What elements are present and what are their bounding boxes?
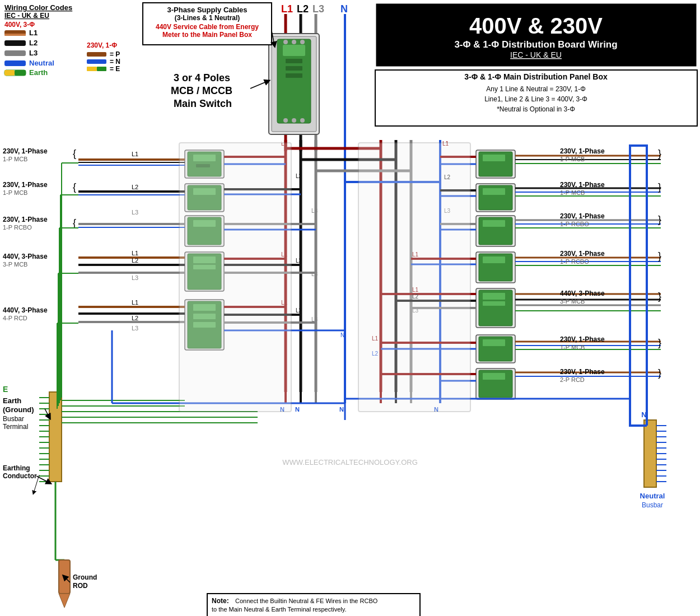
svg-rect-11: [286, 66, 302, 71]
svg-text:L3: L3: [311, 208, 318, 214]
supply-subtitle: (3-Lines & 1 Neutral): [175, 14, 240, 22]
svg-text:N: N: [340, 332, 344, 338]
svg-rect-58: [479, 217, 512, 245]
svg-rect-10: [286, 59, 302, 63]
svg-rect-52: [479, 152, 512, 176]
l1-label: L1: [29, 29, 38, 37]
svg-rect-232: [87, 67, 97, 71]
svg-rect-7: [272, 36, 316, 132]
p-label: = P: [110, 50, 120, 58]
earth-ground-paren: (Ground): [3, 405, 34, 414]
svg-rect-39: [185, 216, 224, 246]
svg-text:}: }: [658, 214, 661, 225]
svg-rect-228: [4, 70, 15, 76]
svg-text:L2: L2: [296, 173, 302, 179]
ground-rod-label: Ground: [73, 573, 97, 581]
main-switch-label: 3 or 4 Poles: [174, 72, 230, 83]
neutral-busbar-sublabel: Busbar: [642, 501, 663, 509]
right-label-5-sub: 3-P MCB: [560, 298, 585, 305]
distribution-title: 3-Φ & 1-Φ Distribution Board Wiring: [454, 39, 617, 50]
svg-rect-50: [193, 322, 216, 328]
svg-rect-231: [87, 59, 106, 64]
svg-rect-221: [375, 70, 697, 126]
svg-text:L3: L3: [132, 209, 138, 216]
svg-point-18: [300, 118, 305, 123]
svg-text:}: }: [658, 367, 661, 379]
svg-text:}: }: [658, 181, 661, 193]
svg-rect-225: [4, 50, 26, 56]
conductor-label: Conductor: [3, 472, 37, 480]
svg-rect-63: [476, 288, 515, 328]
svg-text:N: N: [295, 406, 300, 413]
svg-line-19: [250, 81, 268, 88]
svg-rect-38: [193, 188, 216, 195]
svg-text:L1: L1: [132, 299, 138, 306]
left-label-2-title: 230V, 1-Phase: [3, 181, 48, 189]
wiring-codes-title: Wiring Color Codes: [4, 3, 72, 12]
svg-rect-45: [193, 265, 216, 269]
right-label-4-sub: 1-P RCBO: [560, 258, 589, 265]
svg-rect-69: [483, 339, 505, 346]
svg-rect-36: [185, 184, 224, 212]
svg-rect-70: [476, 368, 515, 399]
e-label: = E: [110, 65, 120, 73]
svg-rect-230: [87, 52, 106, 57]
svg-text:L3: L3: [311, 271, 318, 277]
svg-text:L1: L1: [281, 251, 288, 258]
right-label-5-title: 440V, 3-Phase: [560, 290, 605, 297]
rod-label: ROD: [73, 582, 88, 590]
earth-e-label: E: [3, 385, 8, 394]
svg-text:}: }: [658, 148, 661, 159]
svg-rect-62: [483, 256, 505, 263]
svg-rect-51: [476, 150, 515, 178]
svg-text:L2: L2: [132, 257, 138, 264]
svg-rect-35: [196, 164, 210, 167]
phase-230-label: 230V, 1-Φ: [87, 41, 117, 49]
busbar-l3-left: L3: [307, 137, 314, 144]
n-label: = N: [110, 58, 120, 66]
svg-rect-43: [188, 254, 221, 290]
note-text2: to the Main Neutral & Earth Terminal res…: [212, 606, 346, 613]
svg-text:L1: L1: [281, 300, 288, 306]
svg-rect-47: [188, 301, 221, 348]
svg-text:L1: L1: [281, 141, 288, 147]
svg-rect-263: [358, 143, 470, 412]
svg-text:{: {: [73, 217, 76, 228]
svg-text:L3: L3: [444, 208, 451, 214]
svg-rect-226: [4, 60, 26, 66]
left-label-3-sub: 1-P RCBO: [3, 224, 32, 231]
svg-rect-37: [188, 185, 221, 210]
svg-rect-220: [375, 3, 697, 67]
svg-marker-203: [59, 594, 70, 608]
svg-text:L1: L1: [372, 335, 379, 342]
svg-text:{: {: [73, 181, 76, 193]
svg-point-15: [300, 40, 305, 44]
right-label-6-sub: 1-P MCB: [560, 344, 585, 351]
svg-point-16: [283, 118, 288, 123]
busbar-l1-left: L1: [277, 137, 284, 144]
svg-rect-49: [193, 314, 216, 319]
svg-rect-0: [0, 0, 700, 616]
right-label-7-sub: 2-P RCD: [560, 376, 585, 383]
phase-400-label: 400V, 3-Φ: [4, 21, 35, 29]
svg-text:L3: L3: [132, 325, 138, 332]
svg-line-248: [64, 577, 70, 582]
svg-rect-71: [479, 370, 512, 398]
left-label-5-title: 440V, 3-Phase: [3, 306, 48, 314]
right-label-2-sub: 1-P MCB: [560, 189, 585, 196]
info-panel-title: 3-Φ & 1-Φ Main Distribution Panel Box: [464, 72, 608, 81]
svg-rect-67: [476, 335, 515, 363]
svg-rect-234: [143, 3, 272, 45]
right-label-1-sub: 1-P MCB: [560, 156, 585, 162]
svg-rect-53: [483, 155, 505, 161]
right-label-1-title: 230V, 1-Phase: [560, 147, 605, 155]
svg-rect-12: [286, 73, 302, 78]
svg-line-247: [36, 476, 49, 483]
phase-label-n: N: [340, 3, 348, 15]
svg-text:L1: L1: [412, 251, 419, 258]
busbar-l2-right: L2: [387, 137, 394, 144]
svg-rect-61: [479, 254, 512, 281]
l3-label: L3: [29, 49, 38, 57]
svg-line-246: [45, 409, 49, 417]
earth-label-text: Earth: [3, 396, 21, 405]
